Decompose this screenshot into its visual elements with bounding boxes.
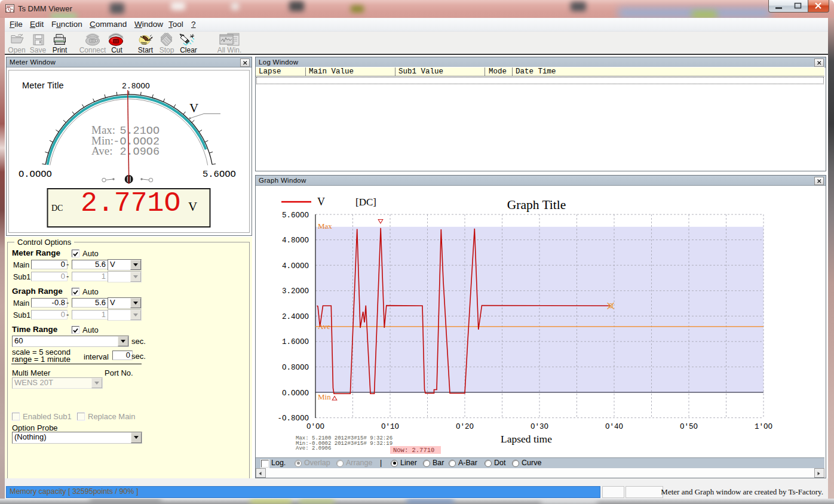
svg-text:O.OOOO: O.OOOO bbox=[19, 169, 52, 180]
svg-text:2.4OOO: 2.4OOO bbox=[282, 313, 309, 321]
svg-text:3.2OOO: 3.2OOO bbox=[282, 287, 309, 296]
svg-text:2.O9O6: 2.O9O6 bbox=[119, 146, 160, 158]
svg-text:4.8OOO: 4.8OOO bbox=[282, 236, 309, 245]
svg-text:O'5O: O'5O bbox=[680, 423, 698, 431]
svg-text:V: V bbox=[189, 101, 198, 115]
svg-text:4.OOOO: 4.OOOO bbox=[282, 262, 309, 271]
svg-text:[DC]: [DC] bbox=[355, 196, 376, 208]
svg-text:2.771O: 2.771O bbox=[81, 188, 180, 219]
svg-text:5.6OOO: 5.6OOO bbox=[203, 169, 236, 180]
svg-text:Graph Title: Graph Title bbox=[507, 198, 566, 212]
svg-text:O'2O: O'2O bbox=[456, 423, 474, 431]
svg-text:O'1O: O'1O bbox=[381, 423, 399, 431]
svg-text:O.OOOO: O.OOOO bbox=[282, 389, 309, 398]
svg-text:Ave: 2.0906: Ave: 2.0906 bbox=[296, 445, 331, 451]
svg-text:1'OO: 1'OO bbox=[755, 423, 772, 431]
svg-text:V: V bbox=[188, 199, 197, 214]
svg-text:Min: Min bbox=[318, 392, 331, 401]
svg-text:O'3O: O'3O bbox=[531, 423, 548, 431]
svg-text:V: V bbox=[317, 196, 325, 208]
svg-text:O.8OOO: O.8OOO bbox=[282, 364, 309, 372]
svg-text:DC: DC bbox=[51, 204, 63, 213]
svg-text:Meter Title: Meter Title bbox=[22, 81, 64, 90]
svg-text:Ave:: Ave: bbox=[91, 145, 113, 157]
svg-text:Lapsed time: Lapsed time bbox=[501, 433, 552, 445]
svg-text:5.6OOO: 5.6OOO bbox=[282, 211, 309, 220]
svg-text:Ave: Ave bbox=[318, 322, 330, 331]
svg-text:Max: Max bbox=[318, 222, 332, 231]
svg-text:-O.8OOO: -O.8OOO bbox=[277, 414, 309, 423]
svg-text:O'4O: O'4O bbox=[605, 423, 623, 431]
svg-text:Now: 2.7710: Now: 2.7710 bbox=[393, 447, 434, 454]
svg-text:O'OO: O'OO bbox=[306, 423, 324, 431]
svg-text:2.8OOO: 2.8OOO bbox=[122, 82, 150, 91]
svg-text:1.6OOO: 1.6OOO bbox=[282, 338, 309, 346]
